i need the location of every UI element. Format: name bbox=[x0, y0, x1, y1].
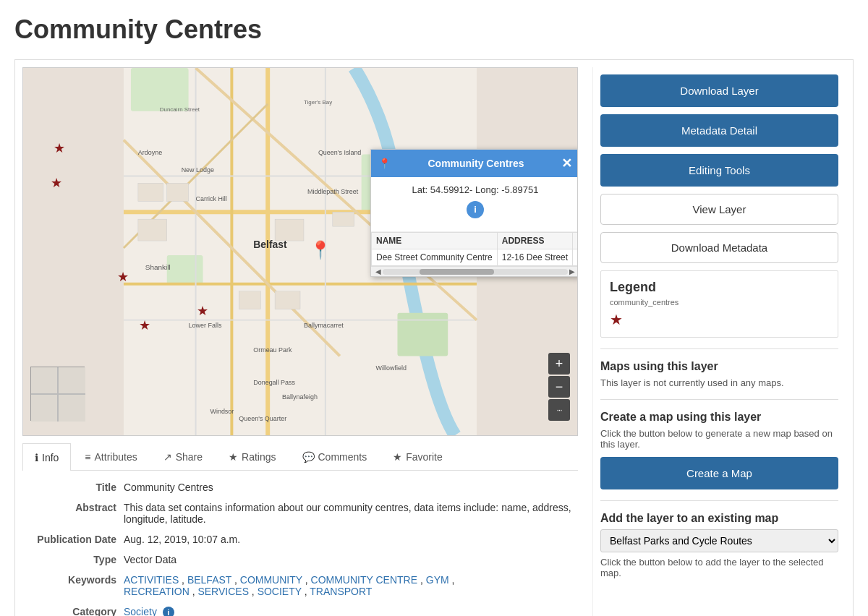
tab-favorite[interactable]: ★ Favorite bbox=[380, 443, 455, 470]
share-icon: ↗ bbox=[163, 451, 172, 463]
popup-info-icon[interactable]: i bbox=[467, 201, 484, 218]
download-layer-button[interactable]: Download Layer bbox=[600, 74, 838, 107]
tab-comments[interactable]: 💬 Comments bbox=[290, 443, 380, 470]
svg-rect-17 bbox=[167, 183, 189, 201]
maps-using-section: Maps using this layer This layer is not … bbox=[600, 360, 838, 388]
title-label: Title bbox=[22, 482, 124, 493]
map-marker-1: ★ bbox=[54, 140, 65, 156]
title-value: Community Centres bbox=[124, 482, 578, 493]
keyword-recreation[interactable]: RECREATION bbox=[124, 586, 190, 597]
keyword-community[interactable]: COMMUNITY bbox=[240, 574, 302, 586]
svg-text:Lower Falls: Lower Falls bbox=[189, 322, 222, 329]
divider-2 bbox=[600, 399, 838, 400]
keyword-society[interactable]: SOCIETY bbox=[258, 586, 302, 597]
map-marker-2: ★ bbox=[51, 175, 62, 191]
zoom-in-button[interactable]: + bbox=[548, 353, 570, 375]
tab-attributes[interactable]: ≡ Attributes bbox=[72, 443, 149, 470]
svg-text:Duncairn Street: Duncairn Street bbox=[160, 106, 200, 113]
more-controls-button[interactable]: ··· bbox=[548, 399, 570, 421]
legend-title: Legend bbox=[610, 280, 829, 295]
svg-text:New Lodge: New Lodge bbox=[182, 166, 214, 174]
metadata-detail-button[interactable]: Metadata Detail bbox=[600, 114, 838, 147]
keywords-label: Keywords bbox=[22, 574, 124, 597]
svg-rect-18 bbox=[138, 219, 167, 241]
keyword-transport[interactable]: TRANSPORT bbox=[310, 586, 372, 597]
map-area[interactable]: Belfast Shankill Ardoyne Carrick Hill Ne… bbox=[22, 67, 578, 436]
svg-text:Willowfield: Willowfield bbox=[376, 364, 407, 372]
popup-close-button[interactable]: ✕ bbox=[561, 155, 572, 171]
svg-text:Tiger's Bay: Tiger's Bay bbox=[304, 99, 332, 106]
popup-scrollbar[interactable]: ◀ ▶ bbox=[371, 266, 578, 276]
download-metadata-button[interactable]: Download Metadata bbox=[600, 232, 838, 263]
type-label: Type bbox=[22, 554, 124, 565]
divider-3 bbox=[600, 500, 838, 501]
info-row-title: Title Community Centres bbox=[22, 482, 578, 493]
table-row: Dee Street Community Centre 12-16 Dee St… bbox=[372, 249, 579, 266]
editing-tools-button[interactable]: Editing Tools bbox=[600, 154, 838, 187]
col-name: NAME bbox=[372, 233, 498, 249]
info-row-abstract: Abstract This data set contains informat… bbox=[22, 502, 578, 525]
scroll-right-arrow[interactable]: ▶ bbox=[568, 268, 576, 275]
cell-address: 12-16 Dee Street bbox=[497, 249, 572, 266]
tab-share[interactable]: ↗ Share bbox=[151, 443, 215, 470]
svg-text:Queen's Quarter: Queen's Quarter bbox=[239, 415, 286, 422]
tab-info[interactable]: ℹ Info bbox=[22, 443, 71, 471]
svg-text:Ormeau Park: Ormeau Park bbox=[253, 346, 292, 354]
popup-title: Community Centres bbox=[427, 158, 524, 169]
ratings-icon: ★ bbox=[229, 451, 238, 463]
svg-rect-1 bbox=[131, 68, 189, 111]
popup-coords: Lat: 54.59912- Long: -5.89751 i bbox=[371, 177, 578, 232]
create-map-text: Click the button below to generate a new… bbox=[600, 428, 838, 450]
pubdate-value: Aug. 12, 2019, 10:07 a.m. bbox=[124, 534, 578, 545]
existing-map-select[interactable]: Belfast Parks and Cycle Routes bbox=[600, 529, 838, 552]
pubdate-label: Publication Date bbox=[22, 534, 124, 545]
create-map-button[interactable]: Create a Map bbox=[600, 457, 838, 489]
create-map-section: Create a map using this layer Click the … bbox=[600, 411, 838, 489]
abstract-value: This data set contains information about… bbox=[124, 502, 578, 525]
legend-star-icon: ★ bbox=[610, 312, 623, 328]
add-to-map-title: Add the layer to an existing map bbox=[600, 512, 838, 525]
map-marker-5: ★ bbox=[197, 303, 208, 319]
tab-ratings[interactable]: ★ Ratings bbox=[216, 443, 288, 470]
info-panel: Title Community Centres Abstract This da… bbox=[22, 471, 578, 616]
scroll-thumb[interactable] bbox=[420, 269, 493, 275]
maps-using-title: Maps using this layer bbox=[600, 360, 838, 373]
svg-rect-22 bbox=[333, 212, 354, 226]
svg-rect-3 bbox=[167, 255, 203, 284]
keywords-value: ACTIVITIES , BELFAST , COMMUNITY , COMMU… bbox=[124, 574, 578, 597]
keyword-services[interactable]: SERVICES bbox=[197, 586, 249, 597]
keyword-community-centre[interactable]: COMMUNITY CENTRE bbox=[311, 574, 418, 586]
svg-text:Windsor: Windsor bbox=[210, 408, 234, 415]
abstract-label: Abstract bbox=[22, 502, 124, 525]
svg-rect-21 bbox=[239, 291, 260, 309]
map-popup: 📍 Community Centres ✕ Lat: 54.59912- Lon… bbox=[370, 149, 578, 277]
left-panel: Belfast Shankill Ardoyne Carrick Hill Ne… bbox=[22, 67, 578, 616]
comments-icon: 💬 bbox=[302, 451, 315, 463]
minimap[interactable] bbox=[30, 367, 85, 421]
scroll-track[interactable] bbox=[383, 269, 568, 275]
category-link[interactable]: Society bbox=[124, 606, 157, 616]
popup-header: 📍 Community Centres ✕ bbox=[371, 150, 578, 177]
scroll-left-arrow[interactable]: ◀ bbox=[374, 268, 383, 275]
legend-section: Legend community_centres ★ bbox=[600, 270, 838, 338]
zoom-out-button[interactable]: − bbox=[548, 376, 570, 398]
svg-rect-20 bbox=[275, 291, 300, 309]
cell-name: Dee Street Community Centre bbox=[372, 249, 498, 266]
category-info-icon: i bbox=[163, 607, 174, 616]
svg-rect-16 bbox=[138, 183, 163, 201]
keyword-gym[interactable]: GYM bbox=[426, 574, 449, 586]
svg-text:Carrick Hill: Carrick Hill bbox=[196, 195, 227, 202]
info-icon: ℹ bbox=[35, 452, 38, 463]
right-panel: Download Layer Metadata Detail Editing T… bbox=[592, 67, 846, 616]
create-map-title: Create a map using this layer bbox=[600, 411, 838, 424]
attributes-icon: ≡ bbox=[85, 451, 90, 463]
view-layer-button[interactable]: View Layer bbox=[600, 194, 838, 225]
keyword-activities[interactable]: ACTIVITIES bbox=[124, 574, 179, 586]
type-value: Vector Data bbox=[124, 554, 578, 565]
svg-text:Ballymacarret: Ballymacarret bbox=[304, 322, 344, 329]
popup-table-wrapper: NAME ADDRESS POSTCODE LONGITUDE Dee Stre… bbox=[371, 232, 578, 276]
svg-text:Ardoyne: Ardoyne bbox=[138, 149, 162, 156]
category-label: Category bbox=[22, 606, 124, 616]
keyword-belfast[interactable]: BELFAST bbox=[187, 574, 231, 586]
add-to-map-text: Click the button below to add the layer … bbox=[600, 557, 838, 578]
